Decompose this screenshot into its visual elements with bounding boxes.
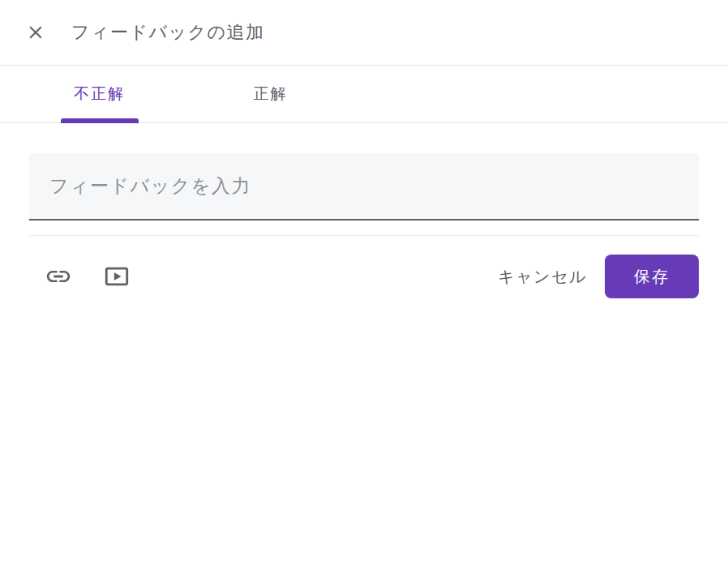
tab-correct-label: 正解 (254, 83, 288, 105)
save-button[interactable]: 保存 (605, 255, 699, 298)
tab-incorrect-label: 不正解 (74, 83, 125, 105)
tab-correct[interactable]: 正解 (185, 66, 356, 122)
insert-link-button[interactable] (41, 259, 75, 293)
tab-bar: 不正解 正解 (0, 66, 728, 123)
feedback-input[interactable] (29, 153, 699, 220)
cancel-button[interactable]: キャンセル (488, 258, 597, 296)
divider (29, 235, 699, 236)
feedback-field-wrap (29, 153, 699, 220)
active-tab-indicator (61, 118, 139, 123)
video-icon (103, 263, 131, 290)
dialog-content: キャンセル 保存 (0, 153, 728, 298)
link-icon (45, 263, 72, 290)
dialog-header: フィードバックの追加 (0, 0, 728, 66)
close-icon (25, 22, 46, 43)
toolbar: キャンセル 保存 (29, 255, 699, 298)
dialog-title: フィードバックの追加 (71, 20, 265, 45)
insert-video-button[interactable] (100, 259, 134, 293)
add-feedback-dialog: フィードバックの追加 不正解 正解 (0, 0, 728, 578)
tab-incorrect[interactable]: 不正解 (14, 66, 185, 122)
close-button[interactable] (21, 18, 50, 47)
